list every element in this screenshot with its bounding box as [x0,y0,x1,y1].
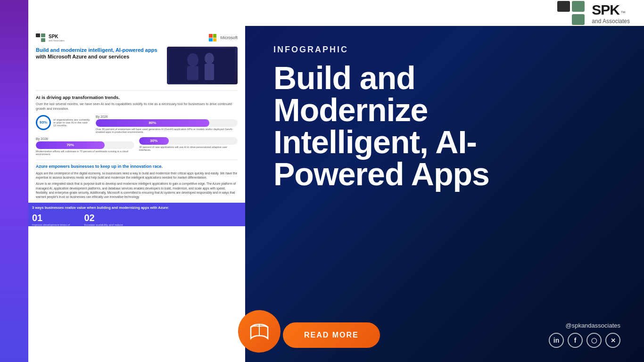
stat-70-block: By 2028 70% Modernization efforts will c… [36,137,134,156]
social-section: @spkandassociates in f ◯ ✕ [549,322,620,348]
doc-hero-image [167,47,238,84]
hero-text-block: INFOGRAPHIC Build and Modernize Intellig… [273,45,620,204]
stat-80-desc: Over 80 percent of enterprises will have… [96,128,238,133]
progress-70: 70% [36,141,134,149]
doc-bottom-title: 3 ways businesses realize value when bui… [32,206,241,210]
azure-body2: Azure is an integrated stack that is pur… [36,181,238,198]
stat-70-desc: Modernization efforts will culminate in … [36,150,134,156]
doc-numbers-row: 01 Improve development times of 02 Incre… [32,213,241,226]
progress-30-text: 30% [150,139,157,143]
doc-spk-icon [36,33,46,42]
ms-logo-squares [209,34,216,41]
infographic-label: INFOGRAPHIC [273,45,620,55]
spk-trademark: ™ [620,10,626,16]
book-icon [249,322,270,340]
facebook-label: f [574,337,577,344]
spk-logo-icon [556,0,587,26]
stats-row2: By 2028 70% Modernization efforts will c… [36,137,238,156]
doc-main-title: Build and modernize intelligent, AI-powe… [36,47,162,60]
doc-header: SPK and Associates Microsoft [36,33,238,42]
spk-brand-name: SPK [592,2,619,18]
stat-30-block: 30% 30 percent of new applications will … [139,137,238,156]
heading-line4: Powered Apps [273,156,489,192]
svg-rect-2 [572,14,585,25]
instagram-label: ◯ [591,337,597,344]
circle-93-text: 93% [40,120,47,124]
main-content: SPK and Associates Microsoft [28,26,644,362]
doc-num1-block: 01 Improve development times of [32,213,70,226]
doc-num1: 01 [32,213,70,223]
doc-bottom: 3 ways businesses realize value when bui… [28,203,245,226]
doc-spk-sub: and Associates [49,39,65,42]
progress-80-text: 80% [149,121,156,125]
doc-ms-logo: Microsoft [209,34,238,41]
azure-title: Azure empowers businesses to keep up in … [36,164,238,170]
hero-image-svg [169,48,235,83]
svg-point-7 [187,53,198,66]
doc-num1-label: Improve development times of [32,223,70,226]
linkedin-icon[interactable]: in [549,333,564,348]
stat-93: 93% of organizations are currently or pl… [36,115,91,130]
read-more-button[interactable]: READ MORE [283,322,380,348]
linkedin-label: in [553,337,559,344]
top-bar: SPK ™ and Associates [28,0,644,26]
svg-rect-10 [205,64,214,80]
doc-hero: Build and modernize intelligent, AI-powe… [36,47,238,84]
progress-80-fill: 80% [96,119,209,127]
doc-spk-brand: SPK [49,34,65,39]
doc-ai-title: AI is driving app transformation trends. [36,95,238,100]
right-panel: INFOGRAPHIC Build and Modernize Intellig… [245,26,644,362]
stat-by2026: By 2026 [96,115,238,118]
spk-sub-text: and Associates [592,18,630,25]
progress-80: 80% [96,119,238,127]
social-handle: @spkandassociates [565,322,620,329]
svg-rect-1 [572,1,585,12]
progress-70-fill: 70% [36,141,105,149]
svg-rect-8 [187,66,198,80]
doc-title-normal: with Microsoft Azure and our services [36,54,129,59]
doc-ai-section: AI is driving app transformation trends.… [36,90,238,156]
azure-body1: Apps are the centerpiece of the digital … [36,171,238,180]
purple-accent-bar [0,0,28,362]
doc-title-block: Build and modernize intelligent, AI-powe… [36,47,162,84]
stat-93-label: of organizations are currently or plan t… [53,118,91,127]
x-twitter-icon[interactable]: ✕ [605,333,620,348]
doc-num2-label: Increase scalability and reduce [84,223,123,226]
doc-title-blue: Build and modernize intelligent, AI-powe… [36,47,157,53]
progress-30-fill: 30% [139,137,169,145]
bottom-row: READ MORE @spkandassociates in f ◯ ✕ [273,322,620,348]
stat-30-desc: 30 percent of new applications will use … [139,146,238,151]
main-heading: Build and Modernize Intelligent, AI- Pow… [273,62,620,190]
heading-line2: Modernize [273,92,428,128]
instagram-icon[interactable]: ◯ [586,333,602,348]
svg-point-9 [205,53,214,64]
doc-ai-body: Over the last several months, we have se… [36,102,238,111]
ms-text: Microsoft [220,35,238,40]
book-icon-circle [238,310,281,353]
stat-80-block: By 2026 80% Over 80 percent of enterpris… [96,115,238,133]
facebook-icon[interactable]: f [568,333,583,348]
circle-93: 93% [36,115,51,130]
heading-line1: Build and [273,60,415,96]
svg-rect-6 [169,48,235,83]
doc-azure-section: Azure empowers businesses to keep up in … [36,159,238,199]
spk-logo-header: SPK ™ and Associates [556,0,630,26]
svg-rect-4 [41,33,45,37]
document-preview: SPK and Associates Microsoft [28,26,245,362]
social-icons-row: in f ◯ ✕ [549,333,620,348]
doc-num2: 02 [84,213,123,223]
svg-rect-3 [36,33,40,37]
x-label: ✕ [611,337,616,344]
doc-spk-logo: SPK and Associates [36,33,65,42]
stat-by2028: By 2028 [36,137,134,140]
doc-num2-block: 02 Increase scalability and reduce [84,213,123,226]
svg-rect-5 [41,38,45,42]
svg-rect-0 [557,1,570,12]
heading-line3: Intelligent, AI- [273,124,477,160]
progress-30: 30% [139,137,238,145]
progress-70-text: 70% [66,143,74,147]
